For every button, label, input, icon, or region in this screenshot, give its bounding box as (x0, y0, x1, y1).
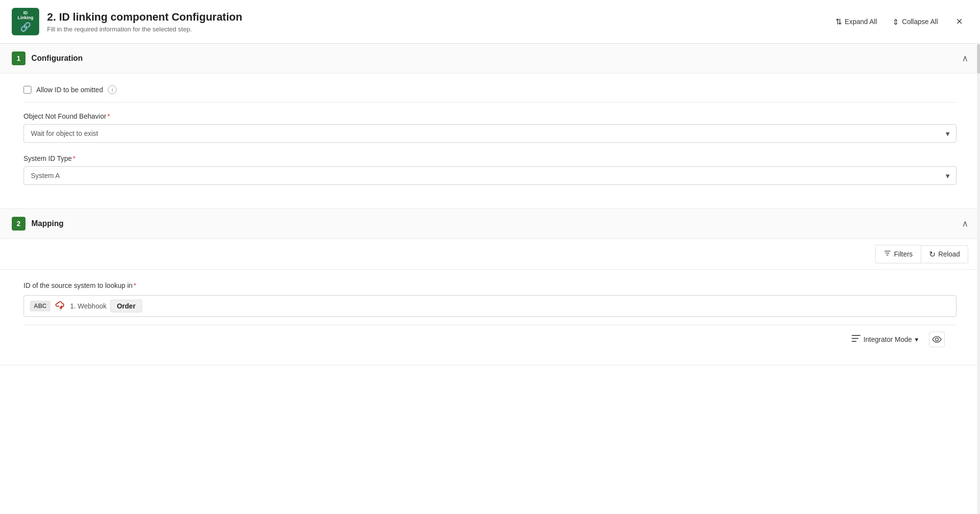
filters-label: Filters (894, 250, 913, 258)
source-id-tag-row[interactable]: ABC 1. Webhook Order (24, 295, 956, 317)
mapping-toolbar: Filters ↻ Reload (0, 239, 980, 270)
collapse-all-label: Collapse All (902, 18, 938, 26)
configuration-section-header[interactable]: 1 Configuration ∧ (0, 44, 980, 74)
scrollbar-thumb[interactable] (977, 44, 980, 74)
collapse-all-icon: ⇔ (891, 19, 901, 25)
header-actions: ⇅ Expand All ⇔ Collapse All × (829, 13, 968, 30)
expand-all-label: Expand All (845, 18, 877, 26)
webhook-icon (54, 300, 66, 312)
source-id-required: * (134, 282, 136, 289)
integrator-row: Integrator Mode ▾ (24, 325, 956, 353)
source-id-label: ID of the source system to lookup in* (24, 282, 956, 289)
object-not-found-label: Object Not Found Behavior* (24, 112, 956, 120)
allow-id-omitted-info-icon[interactable]: i (108, 85, 117, 94)
object-not-found-select[interactable]: Wait for object to exist Throw error Ski… (24, 124, 956, 143)
integrator-mode-label: Integrator Mode (863, 335, 912, 343)
mapping-section: 2 Mapping ∧ Filters ↻ (0, 209, 980, 365)
panel: IDLinking 🔗 2. ID linking component Conf… (0, 0, 980, 514)
system-id-type-label: System ID Type* (24, 154, 956, 162)
svg-rect-4 (852, 338, 858, 339)
system-id-type-wrapper: System A System B System C ▾ (24, 166, 956, 185)
header-text: 2. ID linking component Configuration Fi… (47, 10, 829, 33)
integrator-mode-button[interactable]: Integrator Mode ▾ (845, 331, 925, 347)
divider-1 (24, 102, 956, 103)
svg-rect-5 (852, 341, 857, 342)
page-title: 2. ID linking component Configuration (47, 10, 829, 25)
object-not-found-required: * (107, 112, 110, 120)
close-icon: × (956, 15, 963, 28)
mapping-body: ID of the source system to lookup in* AB… (0, 270, 980, 365)
integrator-mode-dropdown-icon: ▾ (915, 335, 918, 343)
scrollbar-track (977, 44, 980, 514)
mapping-section-header[interactable]: 2 Mapping ∧ (0, 209, 980, 239)
allow-id-omitted-row: Allow ID to be omitted i (24, 85, 956, 94)
tag-order: Order (110, 300, 142, 312)
configuration-badge: 1 (12, 51, 25, 65)
svg-rect-3 (852, 335, 860, 336)
configuration-section: 1 Configuration ∧ Allow ID to be omitted… (0, 44, 980, 209)
system-id-type-required: * (73, 154, 75, 162)
reload-icon: ↻ (929, 250, 935, 259)
system-id-type-select[interactable]: System A System B System C (24, 166, 956, 185)
svg-point-6 (935, 338, 938, 341)
reload-label: Reload (938, 250, 960, 258)
expand-all-icon: ⇅ (835, 17, 842, 26)
expand-all-button[interactable]: ⇅ Expand All (829, 13, 884, 30)
configuration-title: Configuration (31, 54, 962, 63)
close-button[interactable]: × (951, 13, 968, 30)
reload-button[interactable]: ↻ Reload (921, 245, 968, 263)
mapping-badge: 2 (12, 217, 25, 231)
eye-button[interactable] (929, 332, 945, 347)
integrator-mode-icon (852, 335, 860, 343)
allow-id-omitted-label: Allow ID to be omitted (36, 86, 103, 94)
header: IDLinking 🔗 2. ID linking component Conf… (0, 0, 980, 44)
page-subtitle: Fill in the required information for the… (47, 26, 829, 33)
filters-icon (883, 249, 891, 259)
collapse-all-button[interactable]: ⇔ Collapse All (886, 13, 945, 30)
tag-webhook-text: 1. Webhook (70, 302, 106, 310)
link-icon: 🔗 (20, 22, 31, 32)
configuration-chevron-icon: ∧ (962, 53, 968, 64)
tag-abc: ABC (30, 301, 50, 311)
filters-button[interactable]: Filters (875, 245, 921, 263)
content-area: 1 Configuration ∧ Allow ID to be omitted… (0, 44, 980, 514)
configuration-body: Allow ID to be omitted i Object Not Foun… (0, 74, 980, 208)
object-not-found-wrapper: Wait for object to exist Throw error Ski… (24, 124, 956, 143)
mapping-chevron-icon: ∧ (962, 218, 968, 229)
allow-id-omitted-checkbox[interactable] (24, 86, 31, 94)
mapping-title: Mapping (31, 219, 962, 228)
header-icon: IDLinking 🔗 (12, 8, 39, 35)
